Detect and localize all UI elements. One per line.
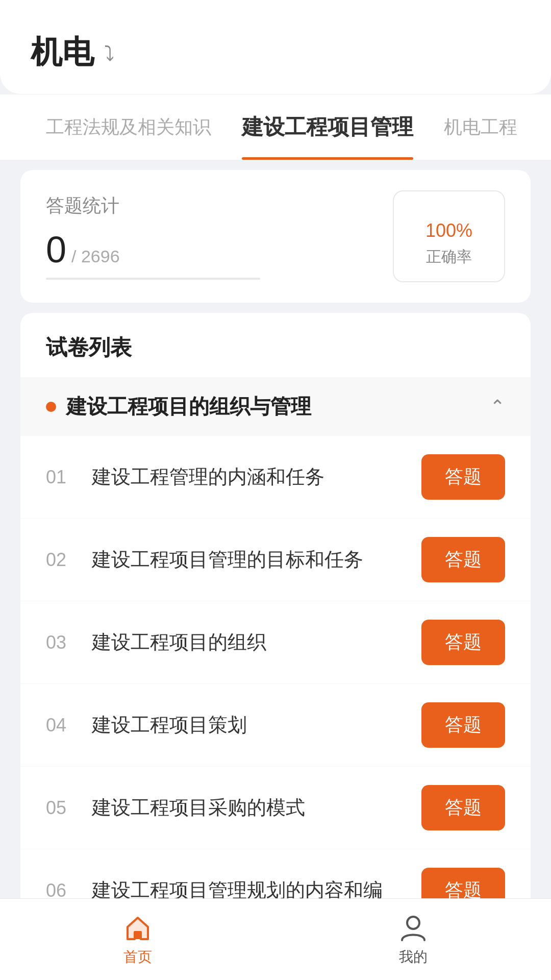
list-item: 01 建设工程管理的内涵和任务 答题 [20,436,531,519]
list-item: 02 建设工程项目管理的目标和任务 答题 [20,519,531,601]
list-section: 试卷列表 建设工程项目的组织与管理 ⌃ 01 建设工程管理的内涵和任务 答题 [20,313,531,980]
stats-total: / 2696 [71,247,120,266]
answer-button-02[interactable]: 答题 [421,537,505,582]
item-number: 05 [46,797,77,819]
item-number: 03 [46,632,77,653]
answer-button-03[interactable]: 答题 [421,620,505,665]
list-item: 04 建设工程项目策划 答题 [20,684,531,767]
nav-home-label: 首页 [123,947,152,967]
item-title: 建设工程项目的组织 [92,629,266,655]
item-number: 02 [46,549,77,571]
category-header-left: 建设工程项目的组织与管理 [46,393,311,421]
category-title: 建设工程项目的组织与管理 [66,393,311,421]
nav-user[interactable]: 我的 [276,913,551,967]
item-title: 建设工程项目采购的模式 [92,795,305,821]
nav-home[interactable]: 首页 [0,913,276,967]
bottom-nav: 首页 我的 [0,898,551,980]
list-item: 03 建设工程项目的组织 答题 [20,601,531,684]
answer-button-04[interactable]: 答题 [421,702,505,748]
dropdown-icon[interactable]: ⤵ [104,42,114,65]
item-title: 建设工程项目策划 [92,712,247,738]
header: 机电 ⤵ [0,0,551,94]
answer-button-05[interactable]: 答题 [421,785,505,830]
stats-progress-bar [46,278,260,280]
category-dot-icon [46,402,56,412]
home-icon [122,913,153,943]
stats-card: 答题统计 0 / 2696 100% 正确率 [20,170,531,303]
stats-count: 0 / 2696 [46,229,260,271]
category-collapse-icon[interactable]: ⌃ [490,396,505,418]
tab-engineering-law[interactable]: 工程法规及相关知识 [31,96,227,158]
item-title: 建设工程管理的内涵和任务 [92,464,324,490]
stats-percent-label: 正确率 [426,247,472,267]
item-number: 01 [46,467,77,488]
list-section-title: 试卷列表 [20,333,531,362]
stats-percent-value: 100% [425,206,472,242]
svg-point-1 [407,917,419,929]
stats-label: 答题统计 [46,193,260,218]
answer-button-01[interactable]: 答题 [421,454,505,500]
item-title: 建设工程项目管理的目标和任务 [92,547,363,573]
tab-electrical[interactable]: 机电工程 [429,96,533,158]
user-icon [398,913,429,943]
stats-count-number: 0 [46,229,66,271]
tab-bar: 工程法规及相关知识 建设工程项目管理 机电工程 [0,94,551,160]
stats-accuracy-box: 100% 正确率 [393,190,505,282]
header-title: 机电 [31,31,94,74]
category-header[interactable]: 建设工程项目的组织与管理 ⌃ [20,377,531,436]
tab-project-management[interactable]: 建设工程项目管理 [227,94,429,160]
nav-user-label: 我的 [399,947,428,967]
item-number: 04 [46,715,77,736]
list-item: 05 建设工程项目采购的模式 答题 [20,767,531,849]
